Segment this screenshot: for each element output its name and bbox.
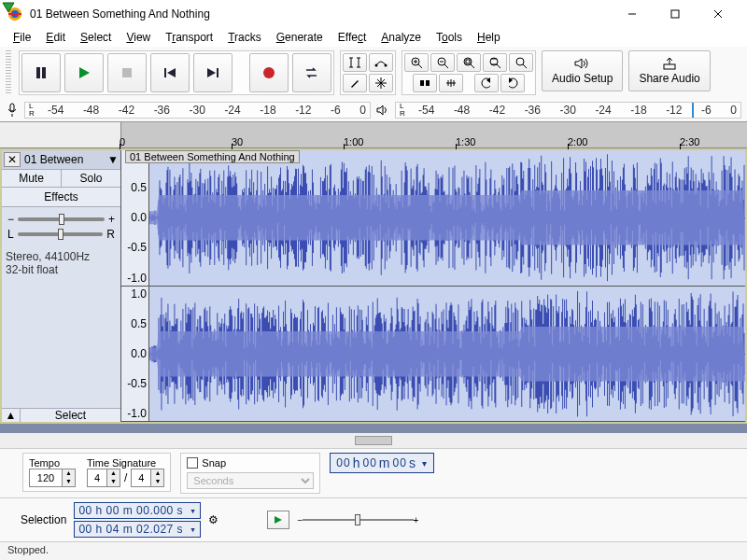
menu-transport[interactable]: Transport (158, 29, 220, 46)
play-at-speed-button[interactable] (267, 511, 289, 529)
svg-rect-7 (36, 67, 40, 78)
snap-units-select[interactable]: Seconds (187, 472, 314, 489)
play-meter[interactable]: LR -54-48-42-36-30-24-18-12-60 (395, 102, 741, 119)
silence-button[interactable] (439, 74, 463, 92)
menu-select[interactable]: Select (73, 29, 119, 46)
multi-tool-button[interactable] (369, 74, 393, 92)
svg-marker-59 (275, 516, 282, 524)
playback-speed-slider[interactable]: −+ (297, 513, 418, 526)
svg-point-42 (516, 58, 524, 65)
waveform-area[interactable]: 01 Between Something And Nothing 1.00.50… (121, 150, 745, 422)
menu-tracks[interactable]: Tracks (220, 29, 269, 46)
zoom-in-button[interactable] (404, 53, 429, 72)
gain-plus-icon: + (108, 213, 115, 226)
svg-rect-8 (42, 67, 46, 78)
trim-button[interactable] (413, 74, 437, 92)
fit-project-button[interactable] (483, 53, 507, 72)
main-time-counter[interactable]: 00h 00m 00s▾ (330, 453, 434, 473)
mic-icon (6, 103, 19, 118)
snap-label: Snap (202, 457, 226, 469)
menu-file[interactable]: File (6, 29, 38, 46)
svg-rect-4 (671, 10, 679, 18)
svg-rect-11 (164, 68, 166, 77)
draw-tool-button[interactable] (343, 74, 367, 92)
stop-button[interactable] (107, 53, 147, 92)
menu-view[interactable]: View (119, 29, 158, 46)
pause-button[interactable] (21, 53, 61, 92)
zoom-out-button[interactable] (430, 53, 455, 72)
svg-point-23 (385, 64, 388, 67)
snap-checkbox[interactable] (187, 457, 198, 469)
selection-end-field[interactable]: 00 h 04 m 02.027 s ▾ (74, 521, 201, 538)
main-toolbar: Audio Setup Share Audio (0, 47, 747, 99)
fit-selection-button[interactable] (457, 53, 481, 72)
track-menu-button[interactable]: ▼ (107, 153, 119, 166)
svg-marker-52 (575, 59, 582, 68)
zoom-toggle-button[interactable] (509, 53, 533, 72)
share-audio-label: Share Audio (639, 72, 699, 85)
menu-help[interactable]: Help (470, 29, 508, 46)
menu-effect[interactable]: Effect (331, 29, 374, 46)
selection-label: Selection (21, 513, 66, 526)
pan-slider[interactable] (18, 232, 104, 236)
selection-settings-button[interactable]: ⚙ (208, 513, 218, 526)
svg-marker-58 (3, 3, 14, 12)
meter-toolbar: LR -54-48-42-36-30-24-18-12-60 LR -54-48… (0, 99, 747, 121)
menu-edit[interactable]: Edit (38, 29, 73, 46)
selection-tool-button[interactable] (343, 53, 367, 72)
gain-minus-icon: − (7, 213, 14, 226)
skip-end-button[interactable] (193, 53, 233, 92)
menu-analyze[interactable]: Analyze (374, 29, 429, 46)
maximize-button[interactable] (654, 0, 697, 28)
tempo-field[interactable]: ▲▼ (29, 469, 76, 487)
audio-setup-label: Audio Setup (552, 72, 613, 85)
record-button[interactable] (249, 53, 289, 92)
close-button[interactable] (697, 0, 740, 28)
gain-slider[interactable] (18, 217, 105, 221)
svg-marker-57 (377, 105, 383, 115)
play-button[interactable] (64, 53, 104, 92)
speaker-small-icon (376, 104, 389, 117)
menu-tools[interactable]: Tools (429, 29, 470, 46)
solo-button[interactable]: Solo (62, 170, 120, 187)
undo-button[interactable] (474, 74, 499, 92)
time-ruler[interactable]: 0301:001:302:002:30 (121, 122, 747, 147)
time-sig-num-field[interactable]: ▲▼ (87, 469, 120, 487)
track-area: ✕ 01 Between ▼ Mute Solo Effects −+ LR S… (0, 148, 747, 424)
selection-toolbar: Selection 00 h 00 m 00.000 s ▾ 00 h 04 m… (0, 497, 747, 541)
skip-start-button[interactable] (150, 53, 190, 92)
menu-generate[interactable]: Generate (269, 29, 331, 46)
playhead-icon[interactable] (1, 1, 16, 14)
track-collapse-button[interactable]: ▲ (2, 409, 21, 422)
envelope-tool-button[interactable] (369, 53, 393, 72)
audio-setup-button[interactable]: Audio Setup (542, 50, 623, 91)
selection-start-field[interactable]: 00 h 00 m 00.000 s ▾ (74, 502, 201, 519)
titlebar: 01 Between Something And Nothing (0, 0, 747, 28)
tempo-label: Tempo (29, 457, 76, 469)
redo-button[interactable] (500, 74, 525, 92)
track-name[interactable]: 01 Between (22, 153, 106, 166)
time-sig-label: Time Signature (87, 457, 164, 469)
waveform-right-channel[interactable] (149, 287, 745, 422)
track-spacer (0, 424, 747, 433)
horizontal-scrollbar[interactable] (0, 433, 747, 448)
waveform-left-channel[interactable] (149, 150, 745, 286)
record-meter[interactable]: LR -54-48-42-36-30-24-18-12-60 (24, 102, 371, 119)
share-audio-button[interactable]: Share Audio (628, 50, 710, 91)
loop-button[interactable] (292, 53, 331, 92)
svg-point-22 (375, 64, 378, 67)
toolbar-grip[interactable] (6, 50, 11, 95)
timeline-area: 0301:001:302:002:30 ✕ 01 Between ▼ Mute … (0, 121, 747, 448)
pan-right-icon: R (106, 228, 115, 241)
track-close-button[interactable]: ✕ (4, 152, 21, 167)
effects-button[interactable]: Effects (2, 188, 120, 207)
track-format-info: Stereo, 44100Hz 32-bit float (2, 246, 120, 280)
time-sig-den-field[interactable]: ▲▼ (131, 469, 164, 487)
track-select-button[interactable]: Select (21, 409, 120, 422)
statusbar: Stopped. (0, 541, 747, 560)
svg-line-36 (471, 64, 474, 68)
clip-title[interactable]: 01 Between Something And Nothing (125, 150, 300, 163)
minimize-button[interactable] (611, 0, 654, 28)
window-title: 01 Between Something And Nothing (30, 7, 611, 21)
mute-button[interactable]: Mute (2, 170, 62, 187)
